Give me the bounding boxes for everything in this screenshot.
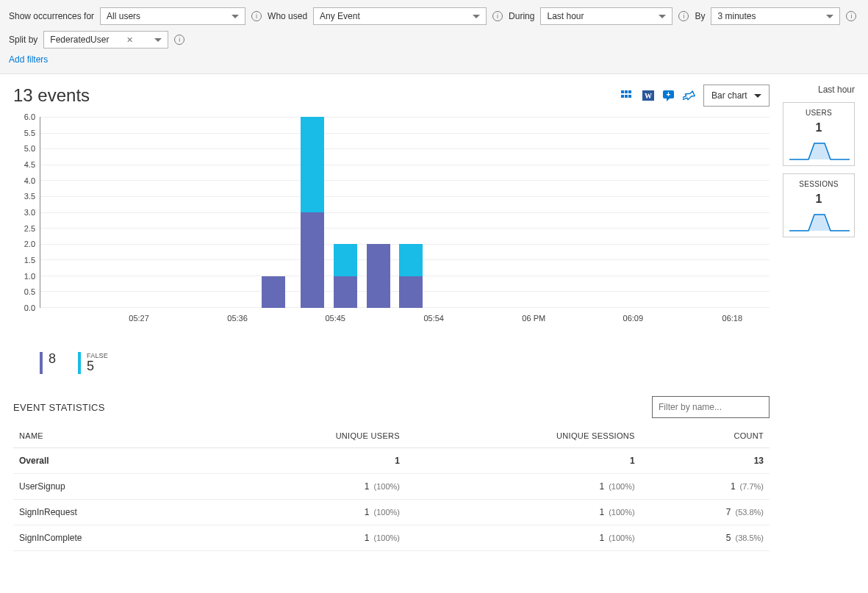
bar[interactable] — [262, 117, 285, 308]
bar-segment-false — [399, 244, 423, 276]
info-icon[interactable]: i — [251, 11, 262, 21]
y-tick: 2.5 — [24, 224, 35, 233]
who-used-label: Who used — [268, 11, 307, 21]
x-tick: 05:36 — [227, 314, 248, 323]
show-occurrences-label: Show occurrences for — [9, 11, 94, 21]
chevron-down-icon — [826, 15, 833, 18]
legend-item[interactable]: FALSE5 — [78, 352, 108, 374]
filter-name-input[interactable] — [659, 402, 769, 412]
grid-icon[interactable] — [621, 89, 634, 102]
cell-name: Overall — [13, 448, 207, 474]
add-filters-link[interactable]: Add filters — [9, 54, 859, 65]
chart-type-select[interactable]: Bar chart — [703, 85, 770, 107]
cell-sessions: 1(100%) — [406, 500, 641, 525]
bar-segment-undefined — [399, 276, 423, 308]
col-unique-users[interactable]: UNIQUE USERS — [207, 424, 406, 448]
x-tick: 06:09 — [623, 314, 644, 323]
sidecard-value: 1 — [788, 121, 850, 134]
clear-icon[interactable]: ✕ — [126, 35, 133, 45]
sparkline-icon — [788, 209, 851, 234]
info-icon[interactable]: i — [678, 11, 689, 21]
x-tick: 05:27 — [129, 314, 149, 323]
dropdown-value: 3 minutes — [717, 11, 756, 21]
x-tick: 05:54 — [423, 314, 444, 323]
y-tick: 1.5 — [24, 256, 35, 265]
y-tick: 5.0 — [24, 144, 35, 153]
y-tick: 4.5 — [24, 160, 35, 169]
feedback-icon[interactable]: + — [662, 89, 675, 102]
legend-swatch — [40, 352, 43, 374]
who-used-dropdown[interactable]: Any Event — [313, 7, 487, 25]
sidecard[interactable]: USERS1 — [783, 102, 855, 166]
dropdown-value: Last hour — [547, 11, 584, 21]
cell-users: 1(100%) — [207, 500, 406, 525]
cell-sessions: 1 — [406, 448, 641, 474]
split-by-dropdown[interactable]: FederatedUser ✕ — [43, 31, 168, 48]
during-dropdown[interactable]: Last hour — [540, 7, 672, 25]
by-label: By — [695, 11, 705, 21]
col-unique-sessions[interactable]: UNIQUE SESSIONS — [406, 424, 641, 448]
legend-item[interactable]: 8 — [40, 352, 56, 374]
table-row[interactable]: UserSignup1(100%)1(100%)1(7.7%) — [13, 474, 770, 500]
cell-name: SignInRequest — [13, 500, 207, 525]
x-tick: 06:18 — [722, 314, 743, 323]
svg-rect-2 — [628, 90, 631, 93]
table-row[interactable]: SignInComplete1(100%)1(100%)5(38.5%) — [13, 525, 770, 551]
bar[interactable] — [334, 117, 357, 308]
during-label: During — [509, 11, 534, 21]
show-occurrences-dropdown[interactable]: All users — [100, 7, 245, 25]
info-icon[interactable]: i — [492, 11, 503, 21]
sidecard-value: 1 — [788, 193, 850, 206]
bar[interactable] — [301, 117, 324, 308]
side-period-label: Last hour — [783, 85, 855, 95]
header-icons: W + — [621, 89, 696, 102]
sparkline-icon — [788, 137, 851, 162]
legend-value: 8 — [49, 352, 56, 365]
cell-count: 5(38.5%) — [641, 525, 770, 551]
y-tick: 0.5 — [24, 287, 35, 296]
sidecard-title: SESSIONS — [788, 180, 850, 188]
svg-rect-0 — [621, 90, 624, 93]
bar[interactable] — [399, 117, 423, 308]
by-dropdown[interactable]: 3 minutes — [711, 7, 840, 25]
cell-sessions: 1(100%) — [406, 525, 641, 551]
bar[interactable] — [367, 117, 390, 308]
chart-type-value: Bar chart — [711, 90, 747, 101]
table-row-overall[interactable]: Overall1113 — [13, 448, 770, 474]
side-cards: Last hour USERS1SESSIONS1 — [783, 85, 855, 551]
y-tick: 1.0 — [24, 272, 35, 281]
bar-segment-false — [334, 244, 357, 276]
cell-count: 13 — [641, 448, 770, 474]
cell-sessions: 1(100%) — [406, 474, 641, 500]
y-tick: 2.0 — [24, 240, 35, 248]
pin-icon[interactable] — [683, 89, 696, 102]
y-tick: 3.0 — [24, 208, 35, 217]
y-tick: 4.0 — [24, 176, 35, 185]
legend-value: 5 — [87, 359, 108, 373]
events-header: 13 events W + Bar chart — [13, 85, 770, 107]
events-title: 13 events — [13, 85, 90, 106]
col-name[interactable]: NAME — [13, 424, 207, 448]
info-icon[interactable]: i — [846, 11, 856, 21]
stats-filter-box[interactable] — [652, 396, 770, 418]
bar-segment-undefined — [262, 276, 285, 308]
legend-swatch — [78, 352, 81, 374]
chevron-down-icon — [154, 38, 162, 42]
bar-segment-undefined — [334, 276, 357, 308]
word-icon[interactable]: W — [642, 89, 655, 102]
bar-segment-undefined — [301, 212, 324, 308]
table-row[interactable]: SignInRequest1(100%)1(100%)7(53.8%) — [13, 500, 770, 525]
svg-rect-5 — [628, 95, 631, 98]
col-count[interactable]: COUNT — [641, 424, 770, 448]
svg-rect-4 — [625, 95, 628, 98]
cell-count: 7(53.8%) — [641, 500, 770, 525]
chevron-down-icon — [473, 15, 480, 18]
info-icon[interactable]: i — [174, 35, 184, 45]
stats-table: NAME UNIQUE USERS UNIQUE SESSIONS COUNT … — [13, 424, 770, 551]
chart-legend: 8FALSE5 — [40, 352, 770, 374]
x-tick: 06 PM — [522, 314, 545, 323]
cell-users: 1(100%) — [207, 525, 406, 551]
sidecard[interactable]: SESSIONS1 — [783, 173, 855, 237]
bar-segment-undefined — [367, 244, 390, 308]
chevron-down-icon — [659, 15, 666, 18]
